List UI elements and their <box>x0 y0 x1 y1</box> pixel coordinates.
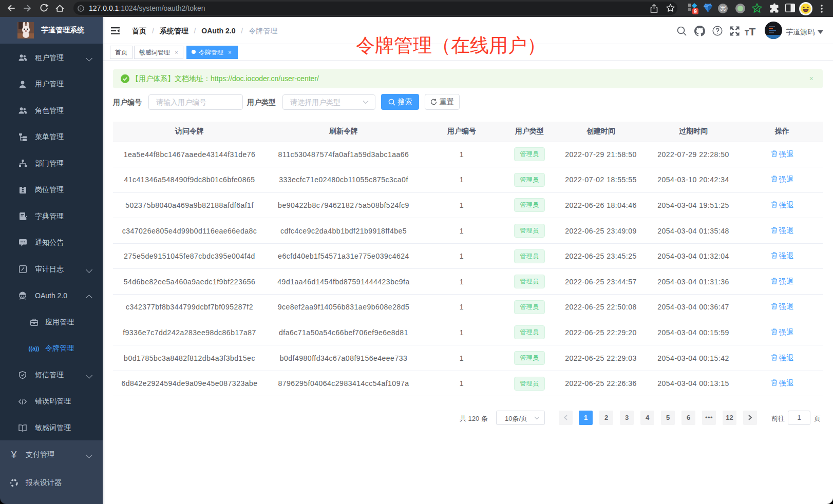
svg-text:⌘: ⌘ <box>720 5 726 12</box>
svg-text:9: 9 <box>694 9 697 14</box>
